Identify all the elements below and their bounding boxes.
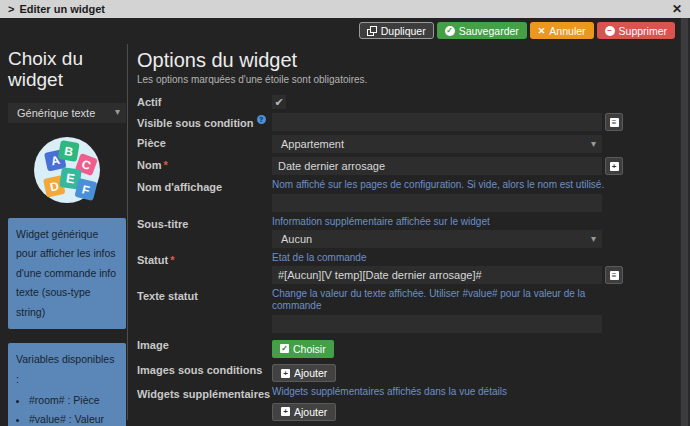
field-label: Statut <box>137 254 168 266</box>
delete-button[interactable]: − Supprimer <box>597 22 675 39</box>
field-help: Nom affiché sur les pages de configurati… <box>272 179 632 191</box>
widget-choice-panel: Choix du widget Générique texte ▾ A B C … <box>8 48 126 426</box>
field-label: Texte statut <box>137 288 272 333</box>
field-statut: Statut* Etat de la commande ≡ <box>137 252 632 284</box>
minus-circle-icon: − <box>605 26 615 36</box>
panel-divider <box>127 44 128 420</box>
texte-statut-input[interactable] <box>272 315 602 333</box>
field-label: Image <box>137 337 272 358</box>
check-icon: ✔ <box>274 96 283 109</box>
scrollbar-thumb[interactable] <box>681 18 688 426</box>
dialog-title: Editer un widget <box>19 3 105 15</box>
close-icon[interactable]: ✕ <box>672 2 682 16</box>
list-icon: ≡ <box>610 271 619 280</box>
plus-icon: + <box>281 407 290 416</box>
field-help: Change la valeur du texte affichée. Util… <box>272 288 632 312</box>
condition-list-button[interactable]: ≡ <box>605 113 623 131</box>
chevron-down-icon: ▾ <box>115 106 120 117</box>
field-widgets-supplementaires: Widgets supplémentaires Widgets suppléme… <box>137 386 632 421</box>
field-label: Images sous conditions <box>137 362 272 383</box>
widget-preview-icon: A B C D E F <box>33 136 101 204</box>
add-conditional-image-button[interactable]: + Ajouter <box>272 364 336 382</box>
statut-input[interactable] <box>272 266 602 284</box>
field-label: Visible sous condition <box>137 117 254 129</box>
nom-affichage-input[interactable] <box>272 194 602 212</box>
plus-icon: + <box>281 369 290 378</box>
widget-description-box: Widget générique pour afficher les infos… <box>8 218 126 329</box>
field-texte-statut: Texte statut Change la valeur du texte a… <box>137 288 632 333</box>
field-sous-titre: Sous-titre Information supplémentaire af… <box>137 216 632 248</box>
field-label: Actif <box>137 94 272 109</box>
nom-input[interactable] <box>272 157 602 175</box>
field-label: Nom <box>137 159 161 171</box>
vertical-scrollbar[interactable] <box>680 18 690 426</box>
copy-icon <box>367 26 377 36</box>
statut-list-button[interactable]: ≡ <box>605 266 623 284</box>
field-help: Information supplémentaire affichée sur … <box>272 216 632 228</box>
widget-type-select[interactable]: Générique texte ▾ <box>8 103 126 123</box>
plus-icon: + <box>610 162 619 171</box>
field-visible-condition: Visible sous condition? ≡ <box>137 113 632 131</box>
field-piece: Pièce Appartement ▾ <box>137 135 632 153</box>
duplicate-button[interactable]: Dupliquer <box>359 22 434 39</box>
save-button[interactable]: ✓ Sauvegarder <box>437 22 527 39</box>
cancel-button[interactable]: ✕ Annuler <box>530 22 594 39</box>
check-circle-icon: ✓ <box>445 26 455 36</box>
variable-item: #value# : Valeur de la commande de statu… <box>29 410 118 426</box>
chevron-down-icon: ▾ <box>591 138 596 149</box>
widget-options-panel: Options du widget Les options marquées d… <box>137 49 632 426</box>
help-question-icon: ? <box>257 115 266 124</box>
variable-item: #room# : Pièce <box>29 391 118 410</box>
field-image: Image ✓ Choisir <box>137 337 632 358</box>
x-icon: ✕ <box>538 26 546 36</box>
field-label: Pièce <box>137 135 272 153</box>
field-help: Etat de la commande <box>272 252 632 264</box>
section-chevron-icon: > <box>8 3 14 15</box>
variables-title: Variables disponibles : <box>16 353 114 384</box>
field-label: Widgets supplémentaires <box>137 386 272 421</box>
nom-add-button[interactable]: + <box>605 157 623 175</box>
check-square-icon: ✓ <box>280 344 289 353</box>
field-help: Widgets supplémentaires affichés dans la… <box>272 386 632 398</box>
field-nom: Nom* + <box>137 157 632 175</box>
dialog-titlebar: > Editer un widget ✕ <box>0 0 690 18</box>
add-widget-button[interactable]: + Ajouter <box>272 403 336 421</box>
chevron-down-icon: ▾ <box>591 233 596 244</box>
actif-checkbox[interactable]: ✔ <box>272 95 286 109</box>
sidebar-title: Choix du widget <box>8 48 126 90</box>
field-actif: Actif ✔ <box>137 94 632 109</box>
field-label: Sous-titre <box>137 216 272 248</box>
page-subtitle: Les options marquées d'une étoile sont o… <box>137 74 632 85</box>
field-images-conditions: Images sous conditions + Ajouter <box>137 362 632 383</box>
piece-select[interactable]: Appartement ▾ <box>272 135 602 153</box>
variables-box: Variables disponibles : #room# : Pièce #… <box>8 343 126 426</box>
visible-condition-input[interactable] <box>272 113 602 131</box>
sous-titre-select[interactable]: Aucun ▾ <box>272 230 602 248</box>
page-title: Options du widget <box>137 49 632 71</box>
field-nom-affichage: Nom d'affichage Nom affiché sur les page… <box>137 179 632 212</box>
choose-image-button[interactable]: ✓ Choisir <box>272 340 334 358</box>
list-icon: ≡ <box>610 118 619 127</box>
toolbar: Dupliquer ✓ Sauvegarder ✕ Annuler − Supp… <box>359 22 675 39</box>
field-label: Nom d'affichage <box>137 179 272 212</box>
